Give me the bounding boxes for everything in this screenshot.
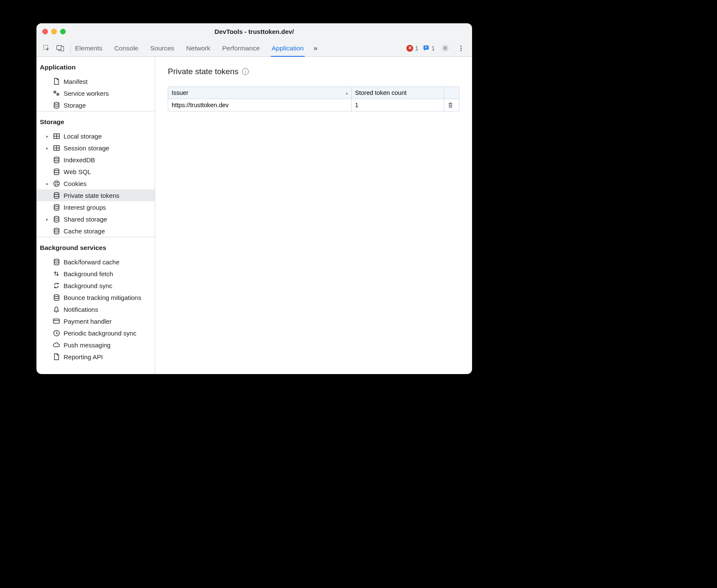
cloud-icon xyxy=(53,341,60,349)
svg-point-23 xyxy=(54,216,58,218)
sidebar-item-indexeddb[interactable]: ▸IndexedDB xyxy=(36,154,155,166)
inspect-element-icon[interactable] xyxy=(41,42,53,54)
clock-icon xyxy=(53,329,60,337)
sidebar-item-service-workers[interactable]: ▸Service workers xyxy=(36,87,155,99)
sidebar-group-application: Application xyxy=(36,57,155,75)
sidebar-item-shared-storage[interactable]: ▸Shared storage xyxy=(36,213,155,225)
sidebar-item-cache-storage[interactable]: ▸Cache storage xyxy=(36,225,155,237)
sidebar-item-payment-handler[interactable]: ▸Payment handler xyxy=(36,315,155,327)
sidebar-item-label: Notifications xyxy=(64,306,98,313)
sidebar-item-session-storage[interactable]: ▸Session storage xyxy=(36,142,155,154)
message-icon xyxy=(422,44,430,52)
sidebar-item-bounce-tracking-mitigations[interactable]: ▸Bounce tracking mitigations xyxy=(36,291,155,303)
divider xyxy=(70,44,71,53)
svg-point-10 xyxy=(57,94,59,95)
sidebar-item-label: Service workers xyxy=(64,90,109,97)
minimize-window-button[interactable] xyxy=(51,29,57,34)
sidebar-item-periodic-background-sync[interactable]: ▸Periodic background sync xyxy=(36,327,155,339)
sidebar-item-label: Manifest xyxy=(64,78,88,85)
settings-button[interactable] xyxy=(439,42,451,54)
svg-point-15 xyxy=(54,169,58,170)
devtools-window: DevTools - trusttoken.dev/ ElementsConso… xyxy=(36,23,472,374)
svg-point-8 xyxy=(460,50,461,51)
svg-point-9 xyxy=(54,91,56,93)
db-icon xyxy=(53,258,60,266)
db-icon xyxy=(53,294,60,301)
sidebar-item-label: Background sync xyxy=(64,282,112,289)
sidebar-item-label: Back/forward cache xyxy=(64,258,119,266)
column-header[interactable]: Issuer▴ xyxy=(168,87,352,99)
sidebar-item-label: Session storage xyxy=(64,144,109,152)
error-icon: ✕ xyxy=(406,45,413,52)
more-tabs-button[interactable]: » xyxy=(310,42,322,54)
expand-arrow-icon: ▸ xyxy=(45,134,49,139)
svg-point-18 xyxy=(57,182,58,183)
cookie-icon xyxy=(53,180,60,187)
table-row[interactable]: https://trusttoken.dev1 xyxy=(168,99,459,111)
expand-arrow-icon: ▸ xyxy=(45,146,49,150)
sidebar-item-interest-groups[interactable]: ▸Interest groups xyxy=(36,201,155,213)
chevron-right-double-icon: » xyxy=(314,44,317,53)
updown-icon xyxy=(53,270,60,277)
sidebar-item-background-fetch[interactable]: ▸Background fetch xyxy=(36,268,155,280)
status-bar: ✕ 1 1 xyxy=(406,42,467,54)
sidebar-item-label: Interest groups xyxy=(64,204,106,211)
tokens-table: Issuer▴Stored token count https://trustt… xyxy=(168,86,459,111)
svg-rect-4 xyxy=(425,48,427,48)
sidebar-item-label: Cookies xyxy=(64,180,86,187)
db-icon xyxy=(53,227,60,235)
db-icon xyxy=(53,215,60,223)
delete-row-button[interactable] xyxy=(444,99,459,111)
svg-point-21 xyxy=(54,192,58,194)
db-icon xyxy=(53,191,60,199)
application-sidebar[interactable]: Application▸Manifest▸Service workers▸Sto… xyxy=(36,57,155,374)
tab-performance[interactable]: Performance xyxy=(222,40,260,57)
content-area: Application▸Manifest▸Service workers▸Sto… xyxy=(36,57,472,374)
tab-sources[interactable]: Sources xyxy=(150,40,175,57)
db-icon xyxy=(53,101,60,109)
kebab-menu-button[interactable] xyxy=(455,42,467,54)
expand-arrow-icon: ▸ xyxy=(45,217,49,222)
sidebar-item-web-sql[interactable]: ▸Web SQL xyxy=(36,166,155,178)
db-icon xyxy=(53,156,60,164)
sidebar-item-label: IndexedDB xyxy=(64,156,95,164)
svg-rect-27 xyxy=(53,319,59,323)
expand-arrow-icon: ▸ xyxy=(45,181,49,186)
sidebar-item-label: Push messaging xyxy=(64,341,111,349)
close-window-button[interactable] xyxy=(42,29,48,34)
grid-icon xyxy=(53,144,60,152)
sidebar-item-back-forward-cache[interactable]: ▸Back/forward cache xyxy=(36,256,155,268)
sidebar-item-local-storage[interactable]: ▸Local storage xyxy=(36,130,155,142)
svg-point-26 xyxy=(54,294,58,296)
sidebar-item-background-sync[interactable]: ▸Background sync xyxy=(36,280,155,291)
sidebar-item-cookies[interactable]: ▸Cookies xyxy=(36,178,155,189)
tab-console[interactable]: Console xyxy=(114,40,139,57)
traffic-lights xyxy=(42,29,66,34)
device-toolbar-icon[interactable] xyxy=(54,42,66,54)
sidebar-item-manifest[interactable]: ▸Manifest xyxy=(36,75,155,87)
sidebar-item-label: Web SQL xyxy=(64,168,91,175)
svg-rect-2 xyxy=(61,47,64,51)
sort-asc-icon: ▴ xyxy=(346,91,348,95)
panel-heading: Private state tokens i xyxy=(168,67,459,76)
sidebar-item-private-state-tokens[interactable]: ▸Private state tokens xyxy=(36,189,155,201)
tab-network[interactable]: Network xyxy=(186,40,210,57)
sidebar-item-reporting-api[interactable]: ▸Reporting API xyxy=(36,351,155,363)
sidebar-item-notifications[interactable]: ▸Notifications xyxy=(36,303,155,315)
error-count-badge[interactable]: ✕ 1 xyxy=(406,45,418,52)
column-header[interactable]: Stored token count xyxy=(351,87,444,99)
sidebar-item-label: Reporting API xyxy=(64,353,103,361)
db-icon xyxy=(53,203,60,211)
tab-elements[interactable]: Elements xyxy=(75,40,103,57)
svg-point-5 xyxy=(444,47,446,49)
column-header[interactable] xyxy=(444,87,459,99)
file-icon xyxy=(53,353,60,361)
sidebar-item-label: Storage xyxy=(64,102,86,109)
svg-point-11 xyxy=(54,102,58,104)
info-icon[interactable]: i xyxy=(242,68,249,75)
sidebar-item-storage[interactable]: ▸Storage xyxy=(36,99,155,111)
zoom-window-button[interactable] xyxy=(60,29,66,34)
tab-application[interactable]: Application xyxy=(272,40,304,57)
message-count-badge[interactable]: 1 xyxy=(422,44,435,52)
sidebar-item-push-messaging[interactable]: ▸Push messaging xyxy=(36,339,155,351)
